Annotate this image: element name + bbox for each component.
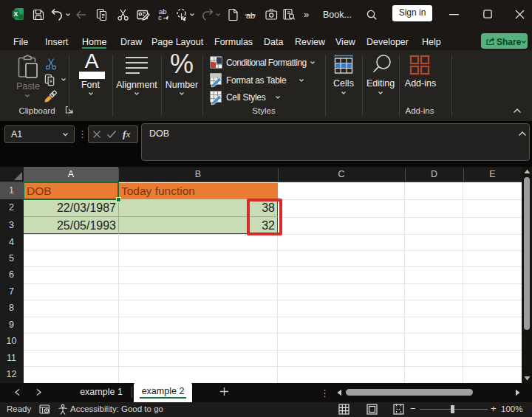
svg-text:X: X bbox=[13, 10, 18, 18]
svg-text:c: c bbox=[158, 13, 162, 21]
